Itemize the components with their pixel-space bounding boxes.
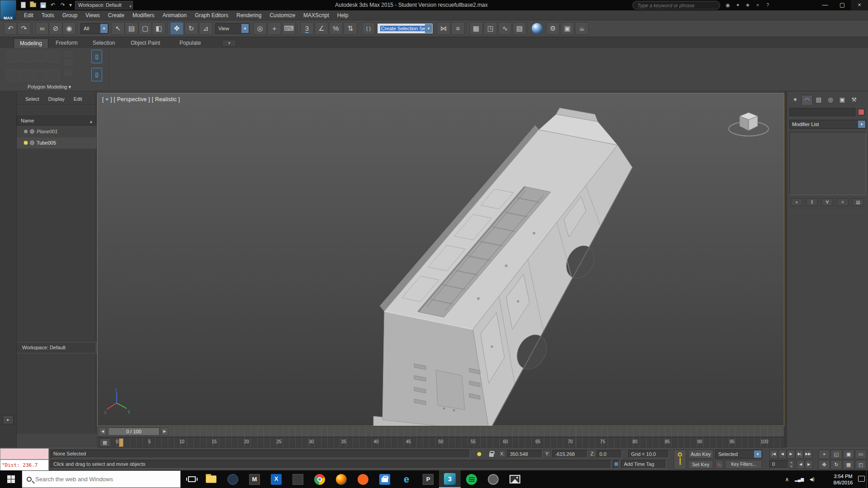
- edit-poly-mode-button[interactable]: ▯: [91, 50, 102, 63]
- maxscript-mini-listener-pink[interactable]: [0, 448, 49, 460]
- render-setup-button[interactable]: ⚙: [546, 22, 560, 35]
- maxscript-mini-listener-output[interactable]: "Dist: 236.7: [0, 460, 49, 471]
- menu-tools[interactable]: Tools: [38, 10, 58, 20]
- ribbon-mini-tool[interactable]: [64, 52, 72, 57]
- redo-button[interactable]: ↷: [17, 22, 31, 35]
- volume-tray-icon[interactable]: ◀): [807, 470, 817, 488]
- redo-quick-button[interactable]: ↷: [59, 1, 67, 9]
- go-to-end-button[interactable]: ▶▶: [804, 450, 812, 459]
- pan-view-button[interactable]: ✥: [818, 460, 830, 469]
- mirror-button[interactable]: ⋈: [437, 22, 450, 35]
- menu-views[interactable]: Views: [81, 10, 104, 20]
- select-object-button[interactable]: ↖: [111, 22, 125, 35]
- polygon-modeling-panel-label[interactable]: Polygon Modeling ▾: [6, 84, 92, 90]
- panel-tab-create[interactable]: ✶: [789, 95, 801, 105]
- panel-tab-utilities[interactable]: ⚒: [848, 95, 860, 105]
- angle-snap-toggle[interactable]: ∠: [315, 22, 328, 35]
- visibility-bulb-icon[interactable]: [24, 141, 28, 145]
- viewcube[interactable]: [722, 101, 776, 150]
- list-item-tube005[interactable]: Tube005: [17, 137, 96, 148]
- menu-create[interactable]: Create: [104, 10, 128, 20]
- menu-modifiers[interactable]: Modifiers: [128, 10, 159, 20]
- ribbon-tab-object-paint[interactable]: Object Paint: [125, 38, 166, 48]
- explorer-name-column-header[interactable]: Name ▲: [17, 116, 96, 126]
- snap-toggle-3d[interactable]: 3: [300, 22, 314, 35]
- taskbar-app-gray[interactable]: [482, 470, 504, 488]
- workspace-selector[interactable]: Workspace: Default▾: [75, 1, 133, 9]
- frame-forward-button[interactable]: ▶: [161, 427, 168, 436]
- curve-editor-button[interactable]: ∿: [498, 22, 512, 35]
- selection-filter-dropdown[interactable]: All▾: [80, 23, 108, 34]
- menu-maxscript[interactable]: MAXScript: [299, 10, 333, 20]
- select-and-manipulate-button[interactable]: +: [268, 22, 281, 35]
- favorites-star-icon[interactable]: ★: [743, 1, 752, 9]
- layer-manager-button[interactable]: ▦: [469, 22, 483, 35]
- ribbon-options-button[interactable]: ▾: [222, 40, 236, 47]
- panel-tab-display[interactable]: ▣: [836, 95, 848, 105]
- perspective-viewport[interactable]: [ + ] [ Perspective ] [ Realistic ]: [97, 93, 784, 426]
- task-view-button[interactable]: [181, 470, 203, 488]
- render-production-button[interactable]: ☕: [575, 22, 589, 35]
- show-hidden-icons-button[interactable]: ∧: [782, 470, 792, 488]
- object-name-field[interactable]: [789, 108, 855, 116]
- orbit-view-button[interactable]: ↻: [830, 460, 842, 469]
- isolate-selection-icon[interactable]: [477, 452, 481, 456]
- app-exchange-icon[interactable]: ✦: [733, 1, 742, 9]
- taskbar-app-store[interactable]: [374, 470, 396, 488]
- make-unique-button[interactable]: ∀: [821, 198, 833, 206]
- key-mode-toggle[interactable]: ◀: [797, 460, 805, 469]
- new-scene-button[interactable]: [19, 1, 27, 9]
- align-button[interactable]: ≡: [451, 22, 465, 35]
- menu-animation[interactable]: Animation: [159, 10, 191, 20]
- autodesk-360-icon[interactable]: ×: [753, 1, 762, 9]
- explorer-menu-display[interactable]: Display: [45, 96, 68, 102]
- max-application-menu-button[interactable]: MAX: [0, 0, 16, 20]
- mini-curve-editor-button[interactable]: ▦: [99, 438, 110, 447]
- material-editor-button[interactable]: [532, 23, 542, 34]
- taskbar-app-edge[interactable]: e: [396, 470, 417, 488]
- ribbon-tab-selection[interactable]: Selection: [87, 38, 121, 48]
- taskbar-app-steam[interactable]: [222, 470, 244, 488]
- help-icon[interactable]: ?: [763, 1, 772, 9]
- modifier-list-dropdown[interactable]: Modifier List ▾: [789, 120, 866, 129]
- taskbar-app-spotify[interactable]: [461, 470, 482, 488]
- undo-button[interactable]: ↶: [4, 22, 17, 35]
- add-time-tag-field[interactable]: Add Time Tag: [621, 460, 666, 469]
- z-coordinate-field[interactable]: 0.0: [597, 450, 622, 458]
- start-button[interactable]: [0, 470, 22, 488]
- select-and-move-button[interactable]: ✥: [170, 22, 184, 35]
- menu-rendering[interactable]: Rendering: [232, 10, 265, 20]
- taskbar-app-file-explorer[interactable]: [200, 470, 222, 488]
- select-by-name-button[interactable]: ▤: [125, 22, 138, 35]
- panel-tab-modify[interactable]: ◠: [801, 95, 813, 105]
- current-frame-field[interactable]: 0: [769, 460, 788, 469]
- undo-quick-button[interactable]: ↶: [49, 1, 57, 9]
- ribbon-tab-populate[interactable]: Populate: [174, 38, 207, 48]
- y-coordinate-field[interactable]: -615.268: [552, 450, 588, 458]
- menu-edit[interactable]: Edit: [20, 10, 38, 20]
- select-and-link-button[interactable]: ∞: [35, 22, 49, 35]
- window-crossing-toggle[interactable]: ◧: [152, 22, 165, 35]
- schematic-view-button[interactable]: ▧: [513, 22, 526, 35]
- taskbar-app-p[interactable]: P: [417, 470, 439, 488]
- show-desktop-button[interactable]: [866, 470, 868, 488]
- set-key-mode-button[interactable]: [674, 450, 686, 469]
- edit-poly-apply-button[interactable]: ▯: [91, 68, 102, 81]
- edit-named-selection-sets-button[interactable]: { }: [362, 22, 375, 35]
- explorer-menu-select[interactable]: Select: [22, 96, 42, 102]
- quick-access-dropdown[interactable]: ▾: [68, 1, 73, 9]
- zoom-region-button[interactable]: ▭: [855, 450, 867, 459]
- minimize-button[interactable]: —: [816, 0, 834, 10]
- x-coordinate-field[interactable]: 350.548: [507, 450, 542, 458]
- object-color-swatch[interactable]: [858, 109, 864, 115]
- list-item-plane001[interactable]: Plane001: [17, 126, 96, 137]
- key-mode-toggle-fwd[interactable]: ▶: [805, 460, 813, 469]
- remove-modifier-button[interactable]: ×: [837, 198, 849, 206]
- pin-stack-button[interactable]: ⌖: [791, 198, 802, 206]
- selection-lock-icon[interactable]: [489, 453, 494, 457]
- track-bar[interactable]: ◀ 0 / 100 ▶: [97, 426, 784, 437]
- show-end-result-button[interactable]: ‖: [806, 198, 818, 206]
- play-button[interactable]: ▶: [787, 450, 795, 459]
- spinner-snap-toggle[interactable]: ⇅: [344, 22, 357, 35]
- frame-spinner[interactable]: ▴▾: [788, 460, 794, 469]
